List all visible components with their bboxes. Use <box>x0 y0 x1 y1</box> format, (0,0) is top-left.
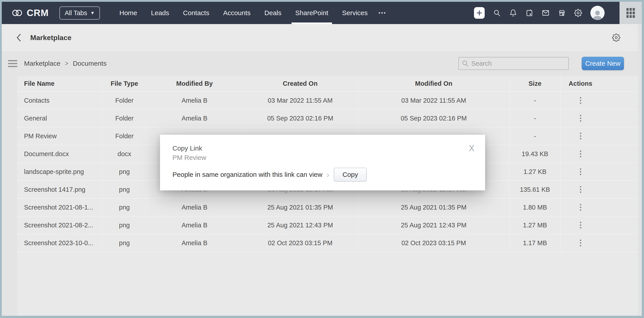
column-header-file-type: File Type <box>102 76 147 91</box>
cell-modified-by: Amelia B <box>147 92 242 109</box>
breadcrumb-marketplace[interactable]: Marketplace <box>24 60 60 67</box>
nav-item-sharepoint[interactable]: SharePoint <box>288 2 335 24</box>
cell-file-type: png <box>102 199 147 216</box>
nav-item-leads[interactable]: Leads <box>144 2 176 24</box>
cell-size: 1.27 KB <box>510 163 561 180</box>
cell-actions <box>561 110 600 127</box>
nav-right-icons <box>474 2 642 24</box>
gear-icon <box>574 9 582 17</box>
row-actions-kebab-icon[interactable] <box>576 238 586 248</box>
table-header-row: File Name File Type Modified By Created … <box>17 76 639 92</box>
cell-file-type: png <box>102 181 147 198</box>
breadcrumb-separator: > <box>65 60 68 67</box>
cell-modified-on: 25 Aug 2021 01:35 PM <box>358 199 510 216</box>
cell-file-name: Screenshot 2021-08-1... <box>17 199 102 216</box>
table-row[interactable]: Screenshot 2021-08-2... png Amelia B 25 … <box>17 216 639 234</box>
column-header-modified-on: Modified On <box>358 76 510 91</box>
search-button[interactable] <box>493 9 501 17</box>
cell-actions <box>561 216 600 234</box>
cell-file-name: landscape-sprite.png <box>17 163 102 180</box>
brand-logo[interactable]: CRM <box>11 8 49 18</box>
cell-file-name: Screenshot 2021-08-2... <box>17 216 102 234</box>
page-header: Marketplace <box>2 24 642 51</box>
mail-button[interactable] <box>542 9 550 17</box>
nav-item-label: Accounts <box>223 9 250 17</box>
mail-icon <box>542 9 550 17</box>
cell-created-on: 03 Mar 2022 11:55 AM <box>242 92 358 109</box>
back-button[interactable] <box>16 33 24 42</box>
row-actions-kebab-icon[interactable] <box>576 149 586 159</box>
all-tabs-label: All Tabs <box>65 9 87 17</box>
cell-size: 1.80 MB <box>510 199 561 216</box>
cell-file-name: Contacts <box>17 92 102 109</box>
chevron-right-icon[interactable]: › <box>326 170 329 179</box>
calendar-button[interactable] <box>526 9 534 17</box>
vertical-scrollbar[interactable] <box>638 24 642 316</box>
settings-button[interactable] <box>574 9 582 17</box>
row-actions-kebab-icon[interactable] <box>576 220 586 230</box>
quick-create-button[interactable] <box>474 7 485 19</box>
copy-button[interactable]: Copy <box>334 168 367 181</box>
copy-link-modal: Copy Link PM Review X People in same org… <box>160 135 485 190</box>
cell-modified-by: Amelia B <box>147 216 242 234</box>
search-input[interactable] <box>458 57 569 70</box>
row-actions-kebab-icon[interactable] <box>576 131 586 141</box>
cell-file-type: Folder <box>102 127 147 145</box>
nav-item-label: Deals <box>264 9 282 17</box>
row-actions-kebab-icon[interactable] <box>576 113 586 123</box>
cell-size: - <box>510 110 561 127</box>
cell-file-type: png <box>102 163 147 180</box>
cell-file-type: Folder <box>102 92 147 109</box>
column-header-size: Size <box>510 76 561 91</box>
search-icon <box>493 9 501 17</box>
cell-file-name: Document.docx <box>17 145 102 163</box>
cell-file-name: Screenshot 2023-10-0... <box>17 234 102 252</box>
table-row[interactable]: Screenshot 2023-10-0... png Amelia B 02 … <box>17 234 639 252</box>
nav-item-label: Contacts <box>183 9 209 17</box>
page-title: Marketplace <box>30 34 72 42</box>
apps-launcher-button[interactable] <box>620 2 642 24</box>
nav-item-home[interactable]: Home <box>112 2 144 24</box>
main-content: Marketplace Marketplace > Documents Crea… <box>2 24 642 316</box>
nav-more-button[interactable]: ••• <box>374 10 390 16</box>
row-actions-kebab-icon[interactable] <box>576 202 586 212</box>
page-settings-button[interactable] <box>612 34 620 42</box>
table-row[interactable]: Contacts Folder Amelia B 03 Mar 2022 11:… <box>17 92 639 110</box>
cell-created-on: 02 Oct 2023 03:15 PM <box>242 234 358 252</box>
cell-modified-on: 25 Aug 2021 12:43 PM <box>358 216 510 234</box>
table-row[interactable]: General Folder Amelia B 05 Sep 2023 02:1… <box>17 110 639 127</box>
nav-item-contacts[interactable]: Contacts <box>176 2 216 24</box>
cell-modified-on: 02 Oct 2023 03:15 PM <box>358 234 510 252</box>
user-avatar[interactable] <box>590 6 604 20</box>
row-actions-kebab-icon[interactable] <box>576 96 586 105</box>
store-icon <box>558 9 566 17</box>
cell-created-on: 25 Aug 2021 01:35 PM <box>242 199 358 216</box>
create-new-button[interactable]: Create New <box>582 57 624 70</box>
nav-item-services[interactable]: Services <box>335 2 374 24</box>
row-actions-kebab-icon[interactable] <box>576 185 586 194</box>
brand-name: CRM <box>27 8 49 18</box>
nav-item-deals[interactable]: Deals <box>258 2 288 24</box>
back-chevron-icon <box>16 34 22 42</box>
cell-size: 1.17 MB <box>510 234 561 252</box>
notifications-button[interactable] <box>509 9 517 17</box>
cell-size: 135.61 KB <box>510 181 561 198</box>
breadcrumb-documents[interactable]: Documents <box>73 60 106 67</box>
cell-size: 1.27 MB <box>510 216 561 234</box>
cell-actions <box>561 92 600 109</box>
table-row[interactable]: Screenshot 2021-08-1... png Amelia B 25 … <box>17 199 639 216</box>
cell-file-name: PM Review <box>17 127 102 145</box>
column-header-created-on: Created On <box>242 76 358 91</box>
cell-file-type: png <box>102 234 147 252</box>
row-actions-kebab-icon[interactable] <box>576 167 586 177</box>
breadcrumb: Marketplace > Documents <box>24 60 106 67</box>
cell-created-on: 05 Sep 2023 02:16 PM <box>242 110 358 127</box>
marketplace-button[interactable] <box>558 9 566 17</box>
modal-title: Copy Link <box>172 145 202 152</box>
nav-item-accounts[interactable]: Accounts <box>216 2 258 24</box>
cell-size: 19.43 KB <box>510 145 561 163</box>
all-tabs-button[interactable]: All Tabs ▼ <box>60 7 100 20</box>
close-icon[interactable]: X <box>469 144 474 153</box>
column-header-file-name: File Name <box>17 76 102 91</box>
menu-hamburger-icon[interactable] <box>8 60 17 67</box>
